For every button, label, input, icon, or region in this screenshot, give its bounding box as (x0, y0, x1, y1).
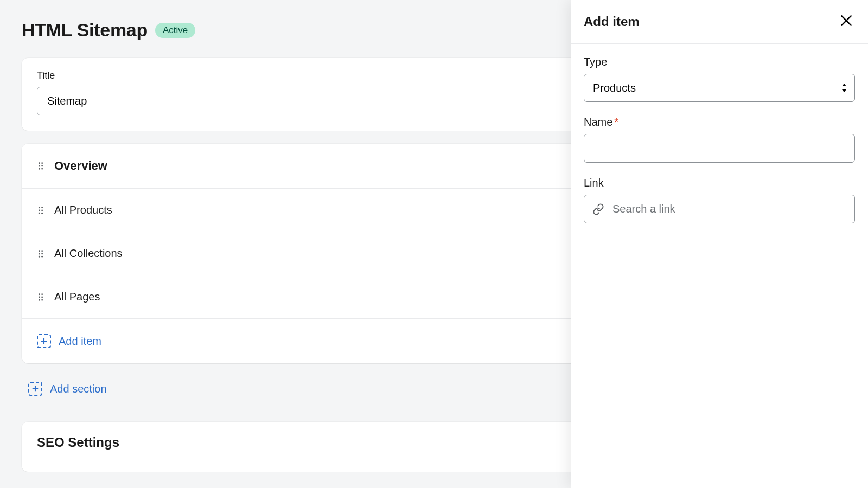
svg-point-10 (39, 212, 40, 214)
panel-body: Type Products Name* Link (571, 44, 868, 235)
section-title: Overview (54, 159, 107, 173)
panel-header: Add item (571, 0, 868, 44)
svg-point-22 (39, 299, 40, 300)
plus-dashed-icon (28, 382, 42, 396)
status-badge: Active (155, 23, 195, 38)
close-icon (839, 14, 853, 30)
name-label: Name* (584, 116, 855, 129)
list-item-label: All Collections (54, 247, 123, 260)
drag-handle-icon[interactable] (37, 207, 44, 214)
svg-point-17 (41, 255, 43, 257)
svg-point-7 (41, 207, 43, 208)
link-field: Link (584, 177, 855, 223)
svg-point-12 (39, 250, 40, 252)
link-icon (592, 203, 604, 215)
type-select[interactable]: Products (584, 74, 855, 102)
page-root: HTML Sitemap Active Title Overview All P… (0, 0, 868, 488)
svg-point-20 (39, 296, 40, 298)
svg-point-3 (41, 165, 43, 167)
svg-point-9 (41, 209, 43, 211)
link-input[interactable] (584, 195, 855, 223)
svg-point-11 (41, 212, 43, 214)
required-asterisk: * (614, 116, 618, 128)
svg-point-16 (39, 255, 40, 257)
svg-point-13 (41, 250, 43, 252)
type-label: Type (584, 56, 855, 68)
list-item-label: All Pages (54, 291, 100, 303)
svg-point-6 (39, 207, 40, 208)
svg-point-15 (41, 253, 43, 254)
svg-point-23 (41, 299, 43, 300)
add-item-panel: Add item Type Products (571, 0, 868, 488)
drag-handle-icon[interactable] (37, 162, 44, 170)
svg-point-14 (39, 253, 40, 254)
panel-title: Add item (584, 14, 640, 29)
link-label: Link (584, 177, 855, 189)
svg-point-8 (39, 209, 40, 211)
svg-point-2 (39, 165, 40, 167)
add-item-label: Add item (59, 335, 101, 348)
close-button[interactable] (838, 13, 855, 30)
svg-point-1 (41, 162, 43, 164)
type-field: Type Products (584, 56, 855, 102)
drag-handle-icon[interactable] (37, 250, 44, 258)
add-section-label: Add section (50, 383, 107, 395)
svg-point-5 (41, 168, 43, 170)
plus-dashed-icon (37, 334, 51, 348)
svg-point-19 (41, 293, 43, 295)
svg-point-4 (39, 168, 40, 170)
name-field: Name* (584, 116, 855, 163)
name-input[interactable] (584, 134, 855, 163)
svg-point-0 (39, 162, 40, 164)
page-title: HTML Sitemap (22, 20, 148, 41)
svg-point-21 (41, 296, 43, 298)
list-item-label: All Products (54, 204, 112, 216)
svg-point-18 (39, 293, 40, 295)
drag-handle-icon[interactable] (37, 293, 44, 301)
